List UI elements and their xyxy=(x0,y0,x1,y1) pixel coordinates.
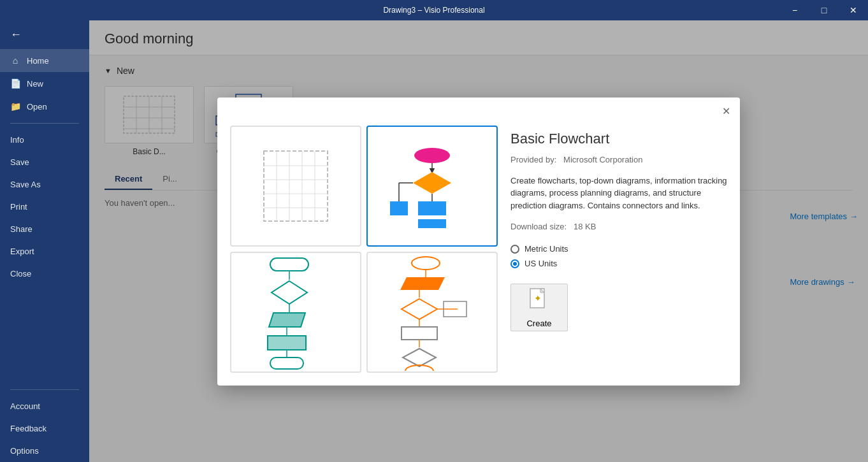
template-grid xyxy=(230,126,498,373)
sidebar-item-export[interactable]: Export xyxy=(0,240,89,263)
sidebar-label-open: Open xyxy=(27,102,47,112)
sidebar-item-close[interactable]: Close xyxy=(0,263,89,285)
sidebar-item-home[interactable]: ⌂ Home xyxy=(0,49,89,72)
sidebar-item-account[interactable]: Account xyxy=(0,395,89,417)
svg-rect-40 xyxy=(270,258,308,271)
save-label: Save xyxy=(10,157,29,167)
download-size: 18 KB xyxy=(574,222,596,231)
svg-text:✦: ✦ xyxy=(534,293,542,303)
dialog-header: ✕ xyxy=(217,97,740,126)
dialog-info-panel: Basic Flowchart Provided by: Microsoft C… xyxy=(510,126,727,373)
dialog-download: Download size: 18 KB xyxy=(510,222,727,231)
create-icon: ✦ xyxy=(529,287,549,315)
svg-rect-56 xyxy=(401,327,437,340)
radio-metric-units[interactable]: Metric Units xyxy=(510,244,727,254)
create-file-icon: ✦ xyxy=(529,287,549,310)
sidebar-footer: Account Feedback Options xyxy=(0,384,89,462)
flowchart1-svg xyxy=(387,141,477,231)
flowchart-dialog: ✕ xyxy=(217,97,740,386)
svg-marker-59 xyxy=(403,349,436,366)
sidebar-item-feedback[interactable]: Feedback xyxy=(0,417,89,440)
template-preview-flowchart1[interactable] xyxy=(366,126,498,247)
provider-label: Provided by: xyxy=(510,155,556,164)
provider-name: Microsoft Corporation xyxy=(563,155,642,164)
titlebar-title: Drawing3 – Visio Professional xyxy=(383,6,484,15)
share-label: Share xyxy=(10,224,33,234)
sidebar-item-open[interactable]: 📁 Open xyxy=(0,95,89,118)
export-label: Export xyxy=(10,247,34,256)
minimize-button[interactable]: − xyxy=(780,0,809,20)
radio-metric-circle xyxy=(510,245,519,254)
download-label: Download size: xyxy=(510,222,567,231)
svg-point-49 xyxy=(412,257,440,270)
titlebar-controls: − □ ✕ xyxy=(780,0,868,20)
svg-rect-22 xyxy=(264,151,328,221)
sidebar-item-share[interactable]: Share xyxy=(0,218,89,240)
back-icon: ← xyxy=(10,28,22,41)
template-preview-flowchart3[interactable] xyxy=(366,252,498,373)
sidebar-divider-2 xyxy=(10,389,79,390)
sidebar-item-print[interactable]: Print xyxy=(0,196,89,218)
print-label: Print xyxy=(10,202,27,212)
flowchart2-svg xyxy=(251,253,340,371)
sidebar-label-new: New xyxy=(27,79,43,89)
home-icon: ⌂ xyxy=(10,55,20,66)
svg-marker-53 xyxy=(401,299,437,319)
svg-marker-42 xyxy=(271,281,307,304)
sidebar-item-new[interactable]: 📄 New xyxy=(0,72,89,95)
blank-template-svg xyxy=(251,141,340,231)
svg-marker-51 xyxy=(400,277,445,290)
back-button[interactable]: ← xyxy=(0,20,89,49)
dialog-body: Basic Flowchart Provided by: Microsoft C… xyxy=(217,126,740,386)
sidebar-item-options[interactable]: Options xyxy=(0,440,89,462)
new-icon: 📄 xyxy=(10,78,20,89)
dialog-provider: Provided by: Microsoft Corporation xyxy=(510,155,727,164)
feedback-label: Feedback xyxy=(10,424,47,433)
sidebar-nav: ⌂ Home 📄 New 📁 Open Info Save Save As xyxy=(0,49,89,384)
sidebar-item-save[interactable]: Save xyxy=(0,151,89,173)
info-label: Info xyxy=(10,135,24,145)
radio-us-circle xyxy=(510,259,519,268)
svg-rect-48 xyxy=(270,357,303,369)
sidebar-divider-1 xyxy=(10,123,79,124)
svg-marker-33 xyxy=(413,172,451,194)
main-content: Good morning ▼ New xyxy=(89,20,868,462)
app-container: ← ⌂ Home 📄 New 📁 Open Info Save xyxy=(0,20,868,462)
flowchart3-svg xyxy=(387,253,477,371)
close-window-button[interactable]: ✕ xyxy=(839,0,868,20)
account-label: Account xyxy=(10,401,40,411)
dialog-template-title: Basic Flowchart xyxy=(510,131,727,147)
template-preview-blank[interactable] xyxy=(230,126,361,247)
svg-point-31 xyxy=(414,148,450,163)
metric-units-label: Metric Units xyxy=(524,244,568,254)
dialog-close-button[interactable]: ✕ xyxy=(717,103,735,120)
sidebar-label-home: Home xyxy=(27,56,49,66)
dialog-description: Create flowcharts, top-down diagrams, in… xyxy=(510,175,727,212)
save-as-label: Save As xyxy=(10,180,41,189)
options-label: Options xyxy=(10,446,39,456)
titlebar: Drawing3 – Visio Professional − □ ✕ xyxy=(0,0,868,20)
close-label: Close xyxy=(10,269,31,278)
sidebar: ← ⌂ Home 📄 New 📁 Open Info Save xyxy=(0,20,89,462)
create-label: Create xyxy=(526,319,551,328)
svg-rect-39 xyxy=(390,201,408,215)
svg-rect-38 xyxy=(418,219,446,228)
svg-marker-44 xyxy=(269,313,305,327)
radio-us-units[interactable]: US Units xyxy=(510,259,727,268)
template-preview-flowchart2[interactable] xyxy=(230,252,361,373)
svg-rect-46 xyxy=(268,336,306,350)
dialog-overlay: ✕ xyxy=(89,20,868,462)
us-units-label: US Units xyxy=(524,259,557,268)
sidebar-item-save-as[interactable]: Save As xyxy=(0,173,89,196)
create-button[interactable]: ✦ Create xyxy=(510,284,568,331)
open-icon: 📁 xyxy=(10,101,20,112)
maximize-button[interactable]: □ xyxy=(809,0,839,20)
sidebar-item-info[interactable]: Info xyxy=(0,129,89,151)
svg-rect-37 xyxy=(418,201,446,215)
radio-group-units: Metric Units US Units xyxy=(510,244,727,268)
